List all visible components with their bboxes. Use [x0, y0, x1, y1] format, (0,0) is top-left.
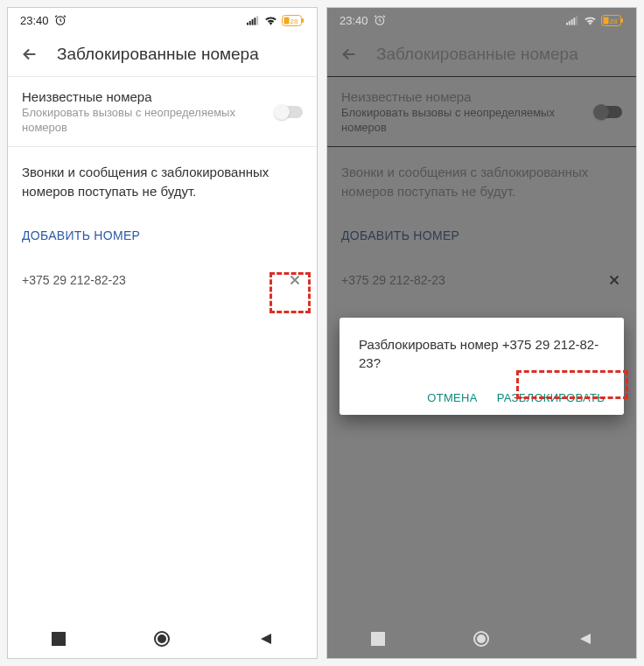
- svg-rect-3: [252, 19, 254, 25]
- svg-rect-1: [247, 23, 248, 25]
- wifi-icon: [584, 15, 597, 25]
- remove-number-icon[interactable]: [287, 272, 303, 288]
- toggle-switch[interactable]: [275, 106, 303, 118]
- dialog-message: Разблокировать номер +375 29 212-82-23?: [359, 335, 605, 372]
- svg-rect-5: [256, 16, 258, 25]
- blocked-number-row: +375 29 212-82-23: [8, 258, 317, 302]
- setting-subtitle: Блокировать вызовы с неопределяемых номе…: [22, 106, 264, 136]
- alarm-icon: [374, 14, 386, 26]
- svg-rect-8: [302, 18, 304, 23]
- wifi-icon: [264, 15, 277, 25]
- unblock-dialog: Разблокировать номер +375 29 212-82-23? …: [340, 318, 624, 415]
- nav-home-icon[interactable]: [472, 630, 490, 648]
- nav-recent-icon[interactable]: [52, 632, 66, 646]
- status-time: 23:40: [340, 14, 368, 27]
- svg-text:28: 28: [290, 17, 298, 25]
- nav-home-icon[interactable]: [153, 630, 171, 648]
- svg-point-12: [158, 635, 165, 642]
- svg-rect-23: [371, 632, 385, 646]
- nav-bar: [8, 620, 317, 658]
- nav-bar: [327, 620, 636, 658]
- status-bar: 23:40 28: [8, 8, 317, 32]
- phone-screen-left: 23:40 28 Заблокированные номера Неизвест…: [7, 7, 318, 659]
- svg-rect-14: [566, 23, 568, 25]
- status-bar: 23:40 28: [327, 8, 636, 32]
- add-number-button[interactable]: ДОБАВИТЬ НОМЕР: [8, 209, 317, 258]
- phone-number: +375 29 212-82-23: [22, 273, 126, 287]
- back-arrow-icon[interactable]: [20, 45, 39, 64]
- setting-title: Неизвестные номера: [22, 89, 264, 104]
- svg-rect-10: [52, 632, 66, 646]
- dialog-confirm-button[interactable]: РАЗБЛОКИРОВАТЬ: [497, 391, 605, 404]
- nav-recent-icon[interactable]: [371, 632, 385, 646]
- battery-icon: 28: [601, 15, 624, 26]
- svg-rect-17: [573, 18, 575, 25]
- svg-rect-15: [569, 21, 570, 25]
- svg-rect-16: [571, 19, 573, 25]
- dialog-cancel-button[interactable]: ОТМЕНА: [427, 391, 477, 404]
- info-text: Звонки и сообщения с заблокированных ном…: [8, 147, 317, 209]
- header: Заблокированные номера: [8, 32, 317, 76]
- status-time: 23:40: [20, 14, 49, 27]
- svg-text:28: 28: [610, 17, 618, 25]
- signal-icon: [247, 15, 260, 25]
- svg-rect-20: [604, 17, 609, 24]
- phone-screen-right: 23:40 28 Заблокированные номера Неизвест…: [326, 7, 637, 659]
- svg-rect-7: [284, 17, 290, 24]
- svg-rect-18: [576, 16, 578, 25]
- unknown-numbers-setting[interactable]: Неизвестные номера Блокировать вызовы с …: [8, 77, 317, 146]
- nav-back-icon[interactable]: [259, 632, 273, 646]
- page-title: Заблокированные номера: [57, 45, 259, 64]
- svg-point-25: [478, 635, 485, 642]
- alarm-icon: [54, 14, 66, 26]
- svg-rect-2: [249, 21, 251, 25]
- svg-rect-4: [254, 18, 256, 25]
- battery-icon: 28: [282, 15, 304, 26]
- svg-rect-21: [621, 18, 623, 23]
- signal-icon: [566, 15, 579, 25]
- nav-back-icon[interactable]: [578, 632, 592, 646]
